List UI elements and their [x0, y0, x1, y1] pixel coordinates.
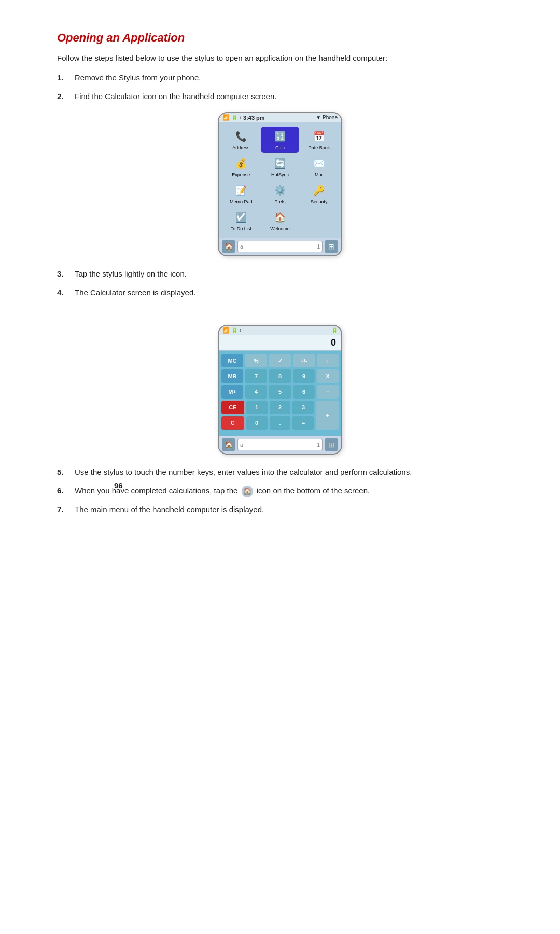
step-2-num: 2. [57, 90, 72, 103]
step-6: 6. When you have completed calculations,… [57, 485, 503, 497]
app-icon-welcome[interactable]: 🏠 Welcome [261, 208, 299, 233]
step-1-text: Remove the Stylus from your phone. [75, 72, 201, 84]
page-number: 96 [114, 481, 123, 490]
device2-outer: 📶 🔋 ♪ 🔋 0 MC % ✓ +/- ÷ [218, 325, 342, 455]
app-icon-security[interactable]: 🔑 Security [300, 181, 338, 207]
step-6-text-after: icon on the bottom of the screen. [255, 486, 370, 495]
step-7-text: The main menu of the handheld computer i… [75, 503, 264, 516]
device1-input-right: 1 [317, 244, 320, 250]
calc-btn-mc[interactable]: MC [221, 354, 243, 367]
app-label-calc: Calc [275, 145, 285, 150]
device1-input-left: a [240, 244, 243, 250]
device1-sync-button[interactable]: ⊞ [325, 240, 338, 253]
status-time: 3:43 pm [243, 115, 265, 121]
step-3-num: 3. [57, 268, 72, 280]
device2-input-area[interactable]: a 1 [237, 439, 323, 450]
calc-row-1: MC % ✓ +/- ÷ [221, 354, 339, 367]
app-label-address: Address [232, 145, 249, 150]
calc-btn-equals[interactable]: = [292, 416, 314, 430]
mail-icon: ✉️ [311, 156, 327, 171]
app-icon-mail[interactable]: ✉️ Mail [300, 154, 338, 180]
prefs-icon: ⚙️ [272, 183, 288, 198]
device2-bottom-bar: 🏠 a 1 ⊞ [219, 436, 341, 454]
calc-btn-percent[interactable]: % [245, 354, 267, 367]
app-icon-datebook[interactable]: 📅 Date Book [300, 127, 338, 153]
app-icon-todolist[interactable]: ☑️ To Do List [222, 208, 260, 233]
calc-btn-7[interactable]: 7 [245, 369, 267, 383]
step-4-num: 4. [57, 286, 72, 299]
device2-home-button[interactable]: 🏠 [222, 438, 235, 451]
device1-outer: 📶 🔋 ♪ 3:43 pm ▼ Phone 📞 Address 🔢 [218, 112, 342, 256]
device1-home-button[interactable]: 🏠 [222, 240, 235, 253]
security-icon: 🔑 [311, 183, 327, 198]
device1-input-area[interactable]: a 1 [237, 241, 323, 252]
app-label-prefs: Prefs [274, 199, 285, 204]
app-icon-prefs[interactable]: ⚙️ Prefs [261, 181, 299, 207]
steps-list: 1. Remove the Stylus from your phone. 2.… [57, 72, 503, 103]
calc-btn-mr[interactable]: MR [221, 369, 243, 383]
calc-btn-dot[interactable]: . [270, 416, 291, 430]
calc-btn-0[interactable]: 0 [246, 416, 268, 430]
calc-btn-3[interactable]: 3 [292, 401, 314, 414]
page-title: Opening an Application [57, 31, 503, 45]
device2-status-right: 🔋 [331, 327, 338, 333]
home-icon-inline: 🏠 [242, 486, 253, 497]
calc-btn-multiply[interactable]: X [317, 369, 339, 383]
device1-status-bar: 📶 🔋 ♪ 3:43 pm ▼ Phone [219, 113, 341, 122]
steps-list-3: 5. Use the stylus to touch the number ke… [57, 466, 503, 516]
app-label-todolist: To Do List [231, 226, 251, 231]
calc-btn-mplus[interactable]: M+ [221, 385, 243, 399]
device1-status-left: 📶 🔋 ♪ 3:43 pm [222, 114, 265, 121]
step-1-num: 1. [57, 72, 72, 84]
calc-btn-plus[interactable]: + [316, 401, 339, 430]
device2-signal-icon: 📶 [222, 327, 230, 334]
app-icon-address[interactable]: 📞 Address [222, 127, 260, 153]
device2-input-right: 1 [317, 442, 320, 448]
device2-battery-icon: 🔋 [231, 327, 237, 333]
calc-btn-sqrt[interactable]: ✓ [269, 354, 291, 367]
datebook-icon: 📅 [311, 129, 327, 144]
calc-btn-2[interactable]: 2 [270, 401, 291, 414]
calc-btn-posneg[interactable]: +/- [293, 354, 315, 367]
app-icon-memopad[interactable]: 📝 Memo Pad [222, 181, 260, 207]
device1-status-right: ▼ Phone [316, 115, 338, 120]
app-icon-hotsync[interactable]: 🔄 HotSync [261, 154, 299, 180]
calc-btn-1[interactable]: 1 [246, 401, 268, 414]
app-label-expense: Expense [232, 172, 250, 177]
memopad-icon: 📝 [233, 183, 249, 198]
calc-buttons-area: MC % ✓ +/- ÷ MR 7 8 9 X M+ 4 [219, 351, 341, 436]
app-icon-calc[interactable]: 🔢 Calc [261, 127, 299, 153]
calc-btn-8[interactable]: 8 [269, 369, 291, 383]
device2-input-left: a [240, 442, 243, 448]
calc-btn-ce[interactable]: CE [221, 401, 244, 414]
battery-icon: 🔋 [231, 115, 237, 120]
step-4-text: The Calculator screen is displayed. [75, 286, 195, 299]
step-3: 3. Tap the stylus lightly on the icon. [57, 268, 503, 280]
calc-btn-4[interactable]: 4 [245, 385, 267, 399]
step-1: 1. Remove the Stylus from your phone. [57, 72, 503, 84]
device2-screenshot: 📶 🔋 ♪ 🔋 0 MC % ✓ +/- ÷ [57, 325, 503, 455]
expense-icon: 💰 [233, 156, 249, 171]
step-2-text: Find the Calculator icon on the handheld… [75, 90, 276, 103]
device2-status-bar: 📶 🔋 ♪ 🔋 [219, 326, 341, 335]
device2-sync-button[interactable]: ⊞ [325, 438, 338, 451]
calc-btn-5[interactable]: 5 [269, 385, 291, 399]
device2-battery2-icon: 🔋 [331, 327, 338, 333]
calc-btn-divide[interactable]: ÷ [317, 354, 339, 367]
steps-list-2: 3. Tap the stylus lightly on the icon. 4… [57, 268, 503, 299]
step-3-text: Tap the stylus lightly on the icon. [75, 268, 187, 280]
step-7: 7. The main menu of the handheld compute… [57, 503, 503, 516]
todolist-icon: ☑️ [233, 210, 249, 225]
app-icon-expense[interactable]: 💰 Expense [222, 154, 260, 180]
calc-row-3: M+ 4 5 6 − [221, 385, 339, 399]
calc-btn-c[interactable]: C [221, 416, 244, 430]
app-label-welcome: Welcome [270, 226, 289, 231]
calc-btn-6[interactable]: 6 [293, 385, 315, 399]
calc-btn-9[interactable]: 9 [293, 369, 315, 383]
calc-display: 0 [219, 335, 341, 351]
app-label-security: Security [311, 199, 328, 204]
device2-status-left: 📶 🔋 ♪ [222, 327, 242, 334]
device1-phone-label: Phone [323, 115, 338, 120]
device1-screenshot: 📶 🔋 ♪ 3:43 pm ▼ Phone 📞 Address 🔢 [57, 112, 503, 256]
calc-btn-minus[interactable]: − [317, 385, 339, 399]
